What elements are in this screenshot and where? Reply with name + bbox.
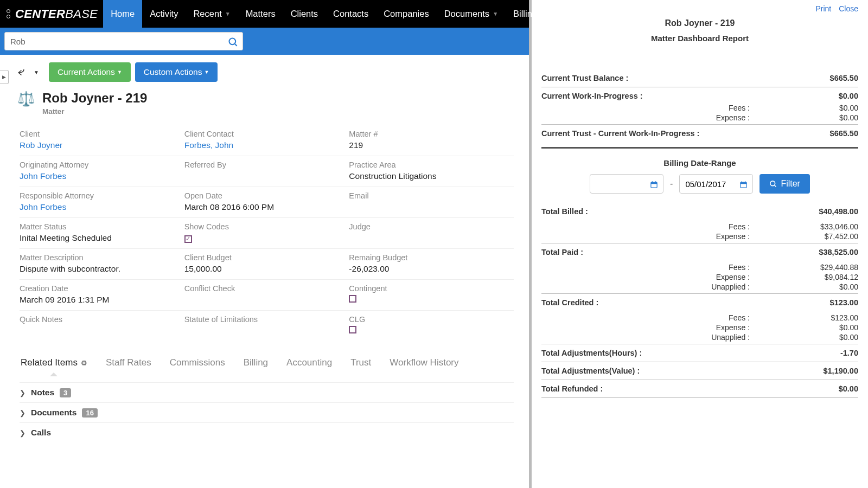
back-arrow-icon[interactable]	[15, 65, 29, 80]
caret-down-icon: ▼	[117, 69, 122, 75]
report-value: $665.50	[830, 129, 858, 138]
gear-icon[interactable]: ⚙	[81, 359, 87, 367]
nav-recent[interactable]: Recent▼	[186, 0, 238, 28]
client-budget-value: 15,000.00	[184, 264, 341, 274]
tab-trust[interactable]: Trust	[349, 353, 372, 376]
nav-home[interactable]: Home	[103, 0, 142, 28]
field-label: Referred By	[184, 160, 341, 169]
report-panel: Print Close Rob Joyner - 219 Matter Dash…	[532, 0, 868, 488]
tab-billing[interactable]: Billing	[242, 353, 269, 376]
report-label: Total Credited :	[541, 298, 598, 307]
chevron-right-icon: ❯	[20, 429, 25, 437]
report-label: Current Work-In-Progress :	[541, 92, 643, 100]
current-actions-button[interactable]: Current Actions▼	[49, 62, 131, 82]
creation-date-value: March 09 2016 1:31 PM	[20, 295, 176, 305]
tab-commissions[interactable]: Commissions	[169, 353, 226, 376]
clg-checkbox[interactable]	[349, 326, 356, 333]
report-value: $665.50	[830, 74, 858, 82]
field-label: Conflict Check	[184, 284, 341, 293]
report-subvalue: $123.00	[815, 313, 858, 322]
report-value: $1,190.00	[823, 367, 858, 375]
svg-line-1	[235, 43, 237, 46]
related-row-documents[interactable]: ❯ Documents 16	[20, 402, 514, 422]
tab-related-items[interactable]: Related Items⚙	[20, 353, 88, 376]
field-label: Statute of Limitations	[184, 315, 341, 324]
field-label: Quick Notes	[20, 315, 176, 324]
report-label: Total Billed :	[541, 207, 588, 216]
caret-down-icon: ▼	[225, 11, 231, 17]
date-to-input[interactable]	[680, 179, 734, 189]
related-label: Calls	[31, 428, 51, 438]
search-bar	[0, 28, 529, 55]
print-link[interactable]: Print	[815, 4, 831, 13]
tab-workflow-history[interactable]: Workflow History	[388, 353, 459, 376]
nav-clients[interactable]: Clients	[283, 0, 326, 28]
brand-text: CENTERBASE	[15, 7, 98, 21]
custom-actions-button[interactable]: Custom Actions▼	[135, 62, 218, 82]
related-row-calls[interactable]: ❯ Calls	[20, 422, 514, 442]
field-label: Email	[349, 191, 505, 200]
report-sublabel: Unapplied :	[701, 282, 750, 291]
field-label: Practice Area	[349, 160, 505, 169]
report-value: $0.00	[839, 384, 858, 393]
practice-area-value: Construction Litigations	[349, 171, 505, 181]
field-label: Matter Description	[20, 253, 176, 262]
date-from-input[interactable]	[590, 179, 644, 189]
report-value: $0.00	[839, 92, 858, 100]
field-label: Client Contact	[184, 130, 341, 138]
nav-contacts[interactable]: Contacts	[326, 0, 376, 28]
search-input[interactable]	[4, 32, 243, 50]
client-link[interactable]: Rob Joyner	[20, 140, 176, 150]
nav-documents[interactable]: Documents▼	[437, 0, 506, 28]
count-badge: 3	[60, 388, 71, 397]
report-sublabel: Expense :	[701, 273, 750, 281]
filter-button[interactable]: Filter	[760, 174, 810, 194]
svg-point-0	[229, 38, 236, 44]
svg-point-10	[770, 181, 775, 185]
chevron-right-icon: ❯	[20, 409, 25, 417]
report-subvalue: $7,452.00	[815, 232, 858, 241]
report-sublabel: Expense :	[701, 113, 750, 122]
responsible-attorney-link[interactable]: John Forbes	[20, 202, 176, 212]
field-label: Matter Status	[20, 222, 176, 231]
brand-icon	[4, 9, 12, 18]
date-to-wrap	[679, 174, 753, 194]
report-subvalue: $0.00	[815, 333, 858, 342]
back-dropdown-caret[interactable]: ▼	[34, 69, 39, 75]
field-label: Originating Attorney	[20, 160, 176, 169]
nav-activity[interactable]: Activity	[142, 0, 186, 28]
related-row-notes[interactable]: ❯ Notes 3	[20, 382, 514, 402]
related-label: Notes	[31, 388, 54, 397]
show-codes-checkbox[interactable]: ✓	[184, 235, 192, 243]
search-icon[interactable]	[228, 35, 239, 48]
record-title: Rob Joyner - 219	[42, 91, 147, 106]
client-contact-link[interactable]: Forbes, John	[184, 140, 341, 150]
calendar-icon[interactable]	[734, 179, 752, 189]
report-title: Rob Joyner - 219	[541, 18, 858, 28]
tab-staff-rates[interactable]: Staff Rates	[105, 353, 152, 376]
field-label: Matter #	[349, 130, 505, 138]
report-sublabel: Unapplied :	[701, 333, 750, 342]
field-label: Client	[20, 130, 176, 138]
report-subvalue: $33,046.00	[815, 222, 858, 231]
date-from-wrap	[590, 174, 663, 194]
sidebar-expand-toggle[interactable]: ▶	[0, 70, 9, 84]
report-label: Current Trust Balance :	[541, 74, 628, 82]
calendar-icon[interactable]	[644, 179, 663, 189]
report-sublabel: Expense :	[701, 232, 750, 241]
originating-attorney-link[interactable]: John Forbes	[20, 171, 176, 181]
field-label: Creation Date	[20, 284, 176, 293]
nav-matters[interactable]: Matters	[238, 0, 283, 28]
report-subvalue: $0.00	[815, 113, 858, 122]
field-label: Show Codes	[184, 222, 341, 231]
tab-accounting[interactable]: Accounting	[285, 353, 333, 376]
report-subvalue: $0.00	[815, 282, 858, 291]
contingent-checkbox[interactable]	[349, 295, 356, 303]
field-label: Judge	[349, 222, 505, 231]
nav-companies[interactable]: Companies	[376, 0, 436, 28]
caret-down-icon: ▼	[493, 11, 498, 17]
close-link[interactable]: Close	[839, 4, 858, 13]
range-dash: -	[670, 179, 673, 189]
brand-logo[interactable]: CENTERBASE	[4, 7, 98, 21]
open-date-value: March 08 2016 6:00 PM	[184, 202, 341, 212]
